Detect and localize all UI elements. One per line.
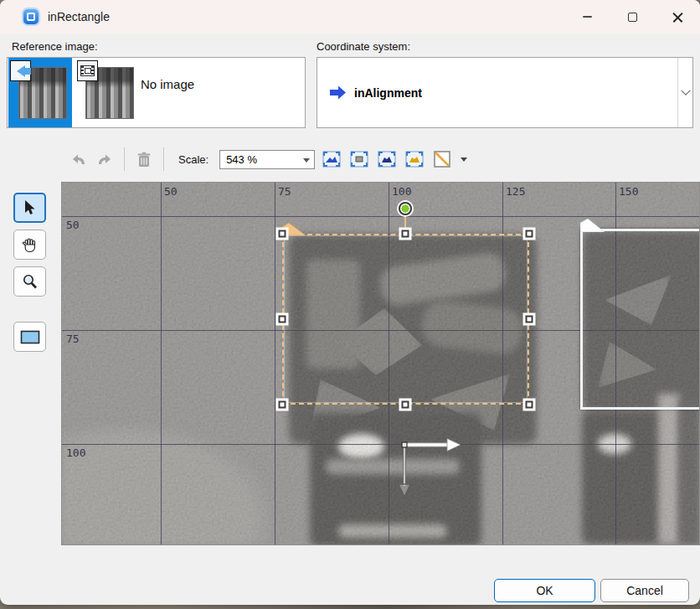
ok-button[interactable]: OK xyxy=(494,579,595,602)
reference-option-no-image[interactable]: No image xyxy=(131,76,203,93)
minimize-icon xyxy=(583,16,592,18)
image-editor-canvas[interactable]: 50 75 100 125 150 50 75 100 xyxy=(61,182,700,545)
toolbar-separator xyxy=(124,147,125,171)
rectangle-icon xyxy=(20,330,40,344)
fit-selection-button[interactable] xyxy=(404,149,425,170)
input-arrow-icon xyxy=(10,60,31,81)
dropdown-chevron-button[interactable] xyxy=(677,58,692,127)
close-icon xyxy=(672,12,683,23)
trash-icon xyxy=(136,152,152,168)
fit-image-icon xyxy=(322,151,341,168)
resize-handle-top-center[interactable] xyxy=(402,230,409,238)
toolbar-separator xyxy=(163,147,164,171)
resize-handle-middle-left[interactable] xyxy=(279,316,286,323)
original-size-button[interactable] xyxy=(348,149,370,170)
fit-image-to-window-button[interactable] xyxy=(321,149,342,170)
window-title: inRectangle xyxy=(48,10,110,23)
rectangle-tool-button[interactable] xyxy=(13,322,46,352)
resize-handle-bottom-right[interactable] xyxy=(526,401,533,409)
grid-line xyxy=(62,444,699,445)
fit-window-icon xyxy=(378,151,396,168)
delete-button[interactable] xyxy=(134,148,154,170)
selection-rectangle[interactable] xyxy=(282,234,529,405)
undo-icon xyxy=(70,152,87,167)
reference-image-selector: No image xyxy=(7,57,306,128)
combo-caret-icon xyxy=(303,158,310,166)
title-bar: inRectangle xyxy=(0,0,700,34)
cursor-icon xyxy=(23,200,37,215)
ruler-tick-top: 125 xyxy=(506,185,525,198)
app-icon xyxy=(23,9,39,24)
dialog-inRectangle: inRectangle Reference image: No image Co… xyxy=(0,0,700,605)
redo-icon xyxy=(96,152,113,167)
transparent-background-button[interactable] xyxy=(431,149,453,170)
select-tool-button[interactable] xyxy=(13,193,46,223)
ruler-tick-left: 100 xyxy=(66,446,85,459)
resize-handle-bottom-left[interactable] xyxy=(279,401,286,409)
resize-handle-top-right[interactable] xyxy=(526,230,533,238)
film-strip-icon xyxy=(77,60,98,81)
undo-button[interactable] xyxy=(69,148,89,170)
zoom-tool-button[interactable] xyxy=(13,266,46,297)
ruler-tick-top: 50 xyxy=(164,185,178,198)
maximize-button[interactable] xyxy=(610,0,655,34)
grid-line xyxy=(62,216,699,217)
maximize-icon xyxy=(628,13,637,22)
reference-option-image-sequence[interactable] xyxy=(75,58,139,127)
scale-value: 543 % xyxy=(220,153,257,166)
resize-handle-bottom-center[interactable] xyxy=(402,401,409,409)
grid-line xyxy=(275,183,275,544)
scale-combobox[interactable]: 543 % xyxy=(219,150,315,169)
background-options-caret[interactable] xyxy=(461,157,467,165)
no-fill-icon xyxy=(433,150,451,168)
coordinate-axes-marker xyxy=(397,434,472,509)
ruler-tick-top: 75 xyxy=(278,185,291,198)
resize-handle-top-left[interactable] xyxy=(279,230,286,238)
magnifier-icon xyxy=(22,274,38,290)
grid-line xyxy=(161,183,162,544)
ruler-tick-left: 50 xyxy=(66,219,80,231)
coordinate-system-label: Coordinate system: xyxy=(317,40,410,53)
rotation-handle[interactable] xyxy=(399,202,412,215)
cancel-button[interactable]: Cancel xyxy=(600,579,689,602)
close-button[interactable] xyxy=(655,0,700,34)
scale-label: Scale: xyxy=(178,153,208,166)
ruler-tick-left: 75 xyxy=(66,333,80,345)
chevron-down-icon xyxy=(681,85,690,95)
ruler-tick-top: 150 xyxy=(619,185,638,198)
minimize-button[interactable] xyxy=(564,0,610,34)
secondary-rectangle-outline xyxy=(580,229,699,410)
secondary-rectangle-fold-marker xyxy=(580,219,605,232)
pan-tool-button[interactable] xyxy=(13,230,46,260)
reference-image-label: Reference image: xyxy=(12,40,98,53)
ruler-tick-top: 100 xyxy=(392,185,411,198)
original-size-icon xyxy=(350,151,368,168)
canvas-toolbar: Scale: 543 % xyxy=(69,144,467,174)
redo-button[interactable] xyxy=(95,148,115,170)
fit-window-to-image-button[interactable] xyxy=(376,149,398,170)
coordinate-system-value: inAlignment xyxy=(354,86,422,100)
blue-arrow-right-icon xyxy=(329,85,347,100)
fit-selection-icon xyxy=(405,151,424,168)
resize-handle-middle-right[interactable] xyxy=(526,316,533,323)
hand-icon xyxy=(22,237,38,253)
coordinate-system-dropdown[interactable]: inAlignment xyxy=(317,57,693,128)
reference-option-input-image[interactable] xyxy=(8,58,72,127)
